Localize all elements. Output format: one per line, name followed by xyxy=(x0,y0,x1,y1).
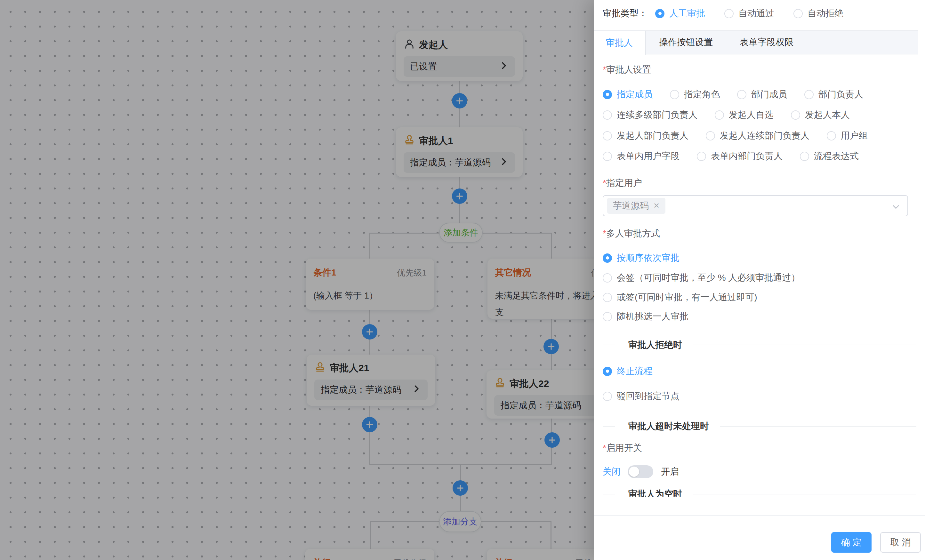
radio-icon xyxy=(603,392,612,401)
settings-tabbar: 审批人 操作按钮设置 表单字段权限 xyxy=(594,30,918,54)
user-select[interactable]: 芋道源码 ✕ xyxy=(603,195,908,216)
radio-starter-multi-dept-leader[interactable]: 发起人连续部门负责人 xyxy=(706,129,809,142)
radio-manual-approve[interactable]: 人工审批 xyxy=(655,8,705,20)
radio-auto-reject[interactable]: 自动拒绝 xyxy=(794,8,844,20)
radio-assign-role[interactable]: 指定角色 xyxy=(670,88,720,101)
radio-icon xyxy=(603,90,612,99)
toggle-knob xyxy=(629,467,639,477)
radio-terminate-flow[interactable]: 终止流程 xyxy=(603,365,652,377)
empty-approver-section-divider: 审批人为空时 xyxy=(603,488,916,497)
confirm-button[interactable]: 确 定 xyxy=(831,532,872,552)
radio-icon xyxy=(603,273,612,283)
radio-icon xyxy=(670,90,679,99)
radio-form-user-field[interactable]: 表单内用户字段 xyxy=(603,150,679,162)
radio-flow-expression[interactable]: 流程表达式 xyxy=(800,150,859,162)
radio-icon xyxy=(603,312,612,321)
radio-icon xyxy=(800,152,809,161)
radio-icon xyxy=(603,152,612,161)
radio-icon xyxy=(715,110,724,120)
radio-assign-member[interactable]: 指定成员 xyxy=(603,88,652,101)
radio-countersign[interactable]: 会签（可同时审批，至少 % 人必须审批通过） xyxy=(603,272,800,284)
radio-user-group[interactable]: 用户组 xyxy=(827,129,868,142)
radio-icon xyxy=(603,367,612,376)
radio-orsign[interactable]: 或签(可同时审批，有一人通过即可) xyxy=(603,291,757,303)
radio-starter-self[interactable]: 发起人本人 xyxy=(791,109,850,121)
radio-icon xyxy=(791,110,800,120)
approval-settings-panel: 审批类型： 人工审批 自动通过 自动拒绝 审批人 操作按钮设置 表单字段权 xyxy=(594,0,925,560)
user-tag-label: 芋道源码 xyxy=(613,200,649,212)
approval-type-row: 审批类型： 人工审批 自动通过 自动拒绝 xyxy=(603,5,844,22)
radio-dept-member[interactable]: 部门成员 xyxy=(737,88,787,101)
radio-dept-leader[interactable]: 部门负责人 xyxy=(804,88,863,101)
radio-form-dept-leader[interactable]: 表单内部门负责人 xyxy=(697,150,783,162)
radio-icon xyxy=(603,293,612,302)
reject-option: 终止流程 xyxy=(603,362,919,380)
multi-mode-option: 按顺序依次审批 xyxy=(603,249,919,267)
radio-icon xyxy=(603,131,612,140)
enable-toggle[interactable] xyxy=(628,465,653,478)
approver-setting-row3: 发起人部门负责人 发起人连续部门负责人 用户组 xyxy=(603,127,919,145)
tab-buttons-setting[interactable]: 操作按钮设置 xyxy=(646,31,726,54)
footer-divider xyxy=(594,515,925,515)
tab-approver[interactable]: 审批人 xyxy=(594,31,646,55)
section-title: 审批人超时未处理时 xyxy=(628,420,709,432)
enable-switch-label: 启用开关 xyxy=(603,442,642,454)
radio-icon xyxy=(737,90,746,99)
reject-section-divider: 审批人拒绝时 xyxy=(603,339,916,351)
approver-setting-row2: 连续多级部门负责人 发起人自选 发起人本人 xyxy=(603,106,919,124)
timeout-section-divider: 审批人超时未处理时 xyxy=(603,420,916,433)
radio-icon xyxy=(697,152,706,161)
radio-starter-dept-leader[interactable]: 发起人部门负责人 xyxy=(603,129,688,142)
radio-icon xyxy=(603,110,612,120)
cancel-button[interactable]: 取 消 xyxy=(880,532,921,552)
tab-form-permission[interactable]: 表单字段权限 xyxy=(726,31,807,54)
radio-icon xyxy=(724,9,734,18)
switch-on-label: 开启 xyxy=(661,465,679,478)
specified-user-label: 指定用户 xyxy=(603,177,642,189)
radio-icon xyxy=(794,9,803,18)
radio-icon xyxy=(706,131,715,140)
radio-multi-level-dept-leader[interactable]: 连续多级部门负责人 xyxy=(603,109,698,121)
radio-sequential[interactable]: 按顺序依次审批 xyxy=(603,252,679,264)
multi-mode-option: 随机挑选一人审批 xyxy=(603,307,919,325)
enable-switch-row: 关闭 开启 xyxy=(603,463,679,481)
radio-random-one[interactable]: 随机挑选一人审批 xyxy=(603,310,688,322)
approver-setting-label: 审批人设置 xyxy=(603,64,651,75)
approver-setting-row1: 指定成员 指定角色 部门成员 部门负责人 xyxy=(603,86,919,103)
radio-icon xyxy=(655,9,664,18)
radio-auto-pass[interactable]: 自动通过 xyxy=(724,8,774,20)
user-tag[interactable]: 芋道源码 ✕ xyxy=(607,198,666,214)
approver-setting-row4: 表单内用户字段 表单内部门负责人 流程表达式 xyxy=(603,147,919,165)
radio-icon xyxy=(827,131,836,140)
multi-mode-label: 多人审批方式 xyxy=(603,228,660,239)
radio-return-to-node[interactable]: 驳回到指定节点 xyxy=(603,390,679,402)
section-title: 审批人拒绝时 xyxy=(628,339,682,351)
reject-option: 驳回到指定节点 xyxy=(603,387,919,405)
chevron-down-icon xyxy=(891,202,900,214)
radio-starter-choose[interactable]: 发起人自选 xyxy=(715,109,774,121)
bpm-flow-designer: 发起人 已设置 审批人1 xyxy=(0,0,925,560)
switch-off-label: 关闭 xyxy=(603,465,621,478)
multi-mode-option: 或签(可同时审批，有一人通过即可) xyxy=(603,288,919,306)
radio-icon xyxy=(804,90,814,99)
multi-mode-option: 会签（可同时审批，至少 % 人必须审批通过） xyxy=(603,269,919,287)
close-icon[interactable]: ✕ xyxy=(653,201,660,210)
radio-icon xyxy=(603,253,612,263)
approval-type-label: 审批类型： xyxy=(603,8,648,20)
panel-scroll-area[interactable]: 审批类型： 人工审批 自动通过 自动拒绝 审批人 操作按钮设置 表单字段权 xyxy=(594,0,925,497)
section-title: 审批人为空时 xyxy=(628,488,682,497)
